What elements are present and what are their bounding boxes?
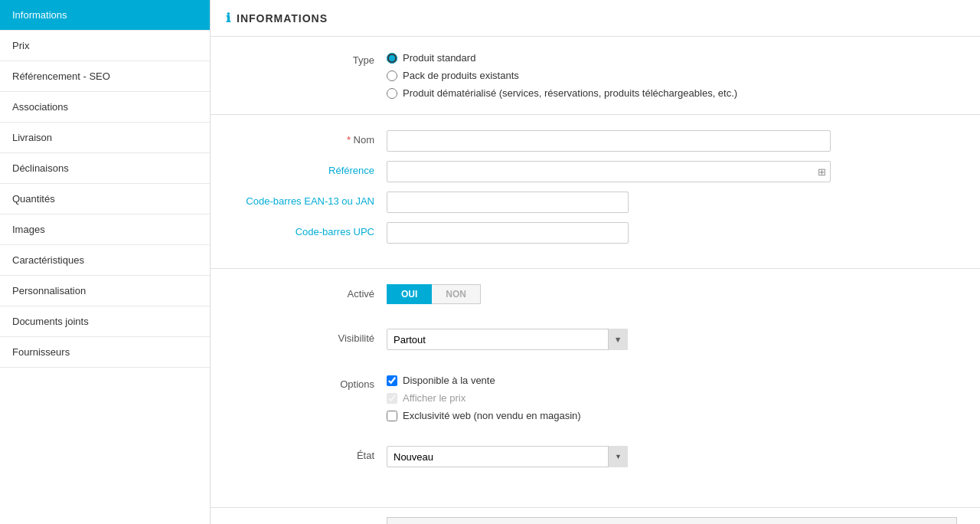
upc-label: Code-barres UPC bbox=[234, 222, 387, 237]
sidebar-item-quantites[interactable]: Quantités bbox=[0, 184, 210, 215]
active-row: Activé OUI NON bbox=[234, 284, 957, 316]
ean-row: Code-barres EAN-13 ou JAN bbox=[234, 192, 957, 213]
nom-input[interactable] bbox=[387, 130, 831, 152]
option-prix-label: Afficher le prix bbox=[403, 392, 466, 404]
nom-label: Nom bbox=[234, 130, 387, 146]
sidebar-item-associations[interactable]: Associations bbox=[0, 92, 210, 123]
ean-field bbox=[387, 192, 831, 213]
type-option-pack[interactable]: Pack de produits existants bbox=[387, 70, 737, 81]
option-dispo[interactable]: Disponible à la vente bbox=[387, 375, 831, 386]
sidebar-item-caracteristiques[interactable]: Caractéristiques bbox=[0, 245, 210, 276]
main-content: ℹ INFORMATIONS Type Produit standardPack… bbox=[211, 0, 980, 524]
type-option-dematerialise[interactable]: Produit dématérialisé (services, réserva… bbox=[387, 87, 737, 99]
sidebar-item-informations[interactable]: Informations bbox=[0, 0, 210, 31]
sidebar: InformationsPrixRéférencement - SEOAssoc… bbox=[0, 0, 211, 524]
nom-row: Nom bbox=[234, 130, 957, 152]
voir-btn[interactable]: Voir ▾ bbox=[481, 520, 515, 524]
sidebar-item-fournisseurs[interactable]: Fournisseurs bbox=[0, 337, 210, 368]
barcode-icon: ⊞ bbox=[818, 166, 826, 178]
type-option-label-dematerialise: Produit dématérialisé (services, réserva… bbox=[403, 87, 737, 99]
non-button[interactable]: NON bbox=[432, 284, 481, 304]
outils-btn[interactable]: Outils ▾ bbox=[612, 520, 655, 524]
editor-container: Editer ▾ Insérer ▾ Voir ▾ Format ▾ bbox=[387, 517, 957, 524]
resume-section: Résumé Editer ▾ Insérer ▾ Voir ▾ bbox=[211, 508, 980, 524]
etat-select[interactable]: NouveauUtiliséReconditionné bbox=[387, 446, 628, 467]
sidebar-item-personnalisation[interactable]: Personnalisation bbox=[0, 276, 210, 306]
editor-toolbar1: Editer ▾ Insérer ▾ Voir ▾ Format ▾ bbox=[387, 517, 957, 524]
active-label: Activé bbox=[234, 284, 387, 300]
reference-row: Référence ⊞ bbox=[234, 161, 957, 182]
visibilite-label: Visibilité bbox=[234, 329, 387, 344]
sidebar-item-prix[interactable]: Prix bbox=[0, 31, 210, 61]
sidebar-item-livraison[interactable]: Livraison bbox=[0, 123, 210, 153]
options-label: Options bbox=[234, 375, 387, 390]
page-header: ℹ INFORMATIONS bbox=[211, 0, 980, 37]
options-row: Options Disponible à la vente Afficher l… bbox=[234, 375, 957, 434]
options-group: Disponible à la vente Afficher le prix E… bbox=[387, 375, 831, 421]
type-option-label-standard: Produit standard bbox=[403, 52, 475, 64]
radio-dematerialise[interactable] bbox=[387, 88, 397, 99]
option-exclusivite-checkbox[interactable] bbox=[387, 411, 397, 421]
toggle-group: OUI NON bbox=[387, 284, 831, 304]
nom-field bbox=[387, 130, 831, 152]
type-option-standard[interactable]: Produit standard bbox=[387, 52, 737, 64]
option-dispo-checkbox[interactable] bbox=[387, 375, 397, 386]
upc-field bbox=[387, 222, 831, 244]
fields-section: Nom Référence ⊞ Code-barres EAN-13 ou JA… bbox=[211, 115, 980, 269]
option-prix-checkbox[interactable] bbox=[387, 393, 397, 404]
sidebar-item-images[interactable]: Images bbox=[0, 215, 210, 245]
etat-field: NouveauUtiliséReconditionné bbox=[387, 446, 831, 467]
resume-label: Résumé bbox=[234, 517, 387, 524]
reference-label: Référence bbox=[234, 161, 387, 176]
format-btn[interactable]: Format ▾ bbox=[514, 520, 562, 524]
sidebar-item-documents[interactable]: Documents joints bbox=[0, 306, 210, 337]
active-section: Activé OUI NON Visibilité PartoutCatalog… bbox=[211, 269, 980, 508]
inserer-btn[interactable]: Insérer ▾ bbox=[433, 520, 480, 524]
type-options: Produit standardPack de produits existan… bbox=[387, 52, 737, 99]
option-exclusivite[interactable]: Exclusivité web (non vendu en magasin) bbox=[387, 410, 831, 421]
upc-row: Code-barres UPC bbox=[234, 222, 957, 244]
type-section: Type Produit standardPack de produits ex… bbox=[211, 37, 980, 115]
reference-input[interactable] bbox=[387, 161, 831, 182]
etat-label: État bbox=[234, 446, 387, 461]
editer-btn[interactable]: Editer ▾ bbox=[391, 520, 433, 524]
reference-field: ⊞ bbox=[387, 161, 831, 182]
oui-button[interactable]: OUI bbox=[387, 284, 432, 304]
tableau-btn[interactable]: Tableau ▾ bbox=[562, 520, 612, 524]
option-exclusivite-label: Exclusivité web (non vendu en magasin) bbox=[403, 410, 581, 421]
visibilite-row: Visibilité PartoutCatalogue uniquementRe… bbox=[234, 329, 957, 362]
radio-standard[interactable] bbox=[387, 53, 397, 64]
sidebar-item-declinaisons[interactable]: Déclinaisons bbox=[0, 153, 210, 184]
visibilite-select[interactable]: PartoutCatalogue uniquementRecherche uni… bbox=[387, 329, 628, 350]
upc-input[interactable] bbox=[387, 222, 629, 244]
page-title: INFORMATIONS bbox=[237, 12, 328, 25]
option-dispo-label: Disponible à la vente bbox=[403, 375, 495, 386]
sidebar-item-referencement[interactable]: Référencement - SEO bbox=[0, 61, 210, 92]
ean-input[interactable] bbox=[387, 192, 629, 213]
type-option-label-pack: Pack de produits existants bbox=[403, 70, 519, 81]
resume-row: Résumé Editer ▾ Insérer ▾ Voir ▾ bbox=[234, 517, 957, 524]
visibilite-field: PartoutCatalogue uniquementRecherche uni… bbox=[387, 329, 831, 350]
info-icon: ℹ bbox=[226, 11, 230, 25]
etat-row: État NouveauUtiliséReconditionné bbox=[234, 446, 957, 480]
option-prix[interactable]: Afficher le prix bbox=[387, 392, 831, 404]
radio-pack[interactable] bbox=[387, 70, 397, 81]
options-field: Disponible à la vente Afficher le prix E… bbox=[387, 375, 831, 421]
ean-label: Code-barres EAN-13 ou JAN bbox=[234, 192, 387, 207]
type-label: Type bbox=[234, 52, 387, 66]
